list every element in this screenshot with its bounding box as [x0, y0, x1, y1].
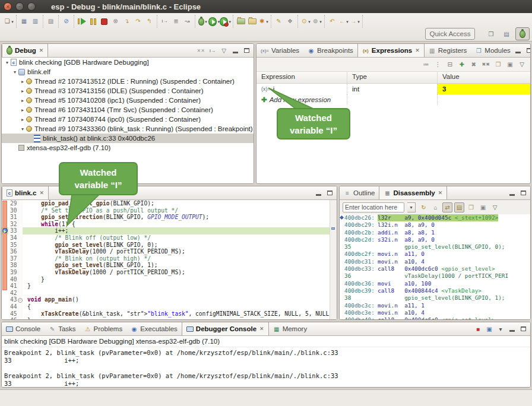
editor-annotation-column[interactable]: [2, 290, 8, 297]
resource-perspective-button[interactable]: ▤: [500, 28, 513, 40]
remove-all-expressions-button[interactable]: ✖✖: [482, 60, 490, 69]
search-brush-button[interactable]: ✎: [273, 16, 284, 27]
external-tools-button[interactable]: ✱▾: [258, 16, 269, 27]
disassembly-listing[interactable]: 400dbc26:l32r a9, 0x400d045c <_stext+109…: [340, 214, 530, 319]
location-dropdown-button[interactable]: ▼: [407, 202, 416, 212]
open-resource-folder-button[interactable]: [246, 16, 258, 27]
remove-all-terminated-button[interactable]: ✕✕: [197, 46, 205, 55]
open-task-folder-button[interactable]: [235, 16, 246, 27]
editor-annotation-column[interactable]: [2, 317, 8, 320]
run-button[interactable]: ▾: [208, 16, 220, 27]
minimize-view-button[interactable]: [315, 188, 322, 198]
display-selected-console-button[interactable]: ▣: [486, 324, 493, 334]
view-menu-button[interactable]: ▽: [518, 60, 525, 69]
debug-tree-row[interactable]: ▸Thread #3 1073413156 (IDLE) (Suspended …: [2, 86, 254, 96]
new-view-button[interactable]: ❐: [495, 60, 502, 69]
pin-view-button[interactable]: ▣: [478, 202, 488, 212]
debug-tree-row[interactable]: ▾blink.elf: [2, 67, 254, 77]
disassembly-line[interactable]: 35 gpio_set_level(BLINK_GPIO, 0);: [340, 243, 530, 250]
close-tab-icon[interactable]: ✕: [39, 47, 44, 53]
expression-cell[interactable]: (x)=i: [256, 84, 347, 94]
tab-disassembly[interactable]: ≣Disassembly✕: [379, 186, 447, 199]
disassembly-line[interactable]: 400dbc3e:movi.n a10, 4: [340, 309, 530, 316]
close-tab-icon[interactable]: ✕: [259, 326, 264, 332]
terminate-console-button[interactable]: ■: [474, 324, 482, 334]
open-type-button[interactable]: ❖: [284, 16, 296, 27]
disassembly-line[interactable]: 400dbc33:call8 0x400dc6c0 <gpio_set_leve…: [340, 265, 530, 272]
disassembly-line[interactable]: 38 gpio_set_level(BLINK_GPIO, 1);: [340, 294, 530, 302]
editor-line[interactable]: 43−void app_main(): [2, 296, 337, 303]
build-button[interactable]: ▨: [45, 16, 56, 27]
instruction-stepping-toggle-button[interactable]: i→: [209, 46, 216, 55]
pin-view-button[interactable]: ▣: [506, 60, 514, 69]
home-button[interactable]: ⌂: [430, 202, 441, 212]
link-with-editor-button[interactable]: ⊚▾: [311, 16, 322, 27]
sync-selection-toggle-button[interactable]: ⇄: [442, 202, 452, 212]
maximize-view-button[interactable]: [520, 324, 527, 334]
editor-line[interactable]: 39 vTaskDelay(1000 / portTICK_PERIOD_MS)…: [2, 269, 337, 276]
disassembly-line[interactable]: 400dbc26:l32r a9, 0x400d045c <_stext+109…: [340, 214, 530, 221]
debug-tree-row[interactable]: blink_task() at blink.c:33 0x400dbc26: [2, 134, 254, 143]
tab-modules[interactable]: ❒Modules: [471, 44, 514, 57]
disassembly-line[interactable]: 400dbc2f:movi.n a11, 0: [340, 250, 530, 258]
instruction-stepping-button[interactable]: i→: [159, 16, 170, 27]
value-cell[interactable]: 3: [438, 84, 530, 94]
editor-line[interactable]: 32 while(1) {: [2, 221, 337, 228]
tab-memory[interactable]: ▦Memory: [269, 322, 312, 335]
tree-expander-icon[interactable]: ▸: [20, 117, 26, 122]
forward-button[interactable]: →▾: [349, 16, 360, 27]
minimize-view-button[interactable]: [508, 324, 515, 334]
disassembly-line[interactable]: 400dbc2b:addi.n a8, a8, 1: [340, 229, 530, 236]
debug-button[interactable]: ▾: [197, 16, 208, 27]
code-editor[interactable]: 29 gpio_pad_select_gpio(BLINK_GPIO);30 /…: [2, 200, 337, 319]
tab-variables[interactable]: (x)=Variables: [256, 44, 303, 57]
editor-line[interactable]: 35 gpio_set_level(BLINK_GPIO, 0);: [2, 242, 337, 249]
minimize-view-button[interactable]: [508, 188, 515, 198]
console-dropdown-button[interactable]: ▾: [497, 324, 504, 334]
editor-line[interactable]: 44{: [2, 303, 337, 310]
tree-expander-icon[interactable]: ▾: [4, 60, 10, 65]
view-menu-button[interactable]: ▽: [220, 46, 227, 55]
expression-row[interactable]: (x)=iint3: [256, 84, 530, 94]
debug-tree-row[interactable]: ▾cblink checking [GDB Hardware Debugging…: [2, 58, 254, 67]
column-type[interactable]: Type: [347, 72, 438, 83]
show-logical-structure-button[interactable]: ⋮: [435, 60, 442, 69]
back-button[interactable]: ←▾: [338, 16, 349, 27]
editor-line[interactable]: 38 gpio_set_level(BLINK_GPIO, 1);: [2, 262, 337, 269]
editor-line[interactable]: 42: [2, 290, 337, 297]
new-view-button[interactable]: ❐: [466, 202, 476, 212]
editor-line[interactable]: 30 /* Set the GPIO as a push/pull output…: [2, 207, 337, 214]
debug-tree-row[interactable]: ▸Thread #7 1073408744 (ipc0) (Suspended …: [2, 115, 254, 124]
tab-blink.c[interactable]: cblink.c✕: [2, 186, 49, 199]
add-expression-cell[interactable]: ✚Add new expression: [256, 94, 347, 105]
tab-problems[interactable]: ⚠Problems: [80, 322, 127, 335]
remove-expression-button[interactable]: ✖: [470, 60, 477, 69]
close-tab-icon[interactable]: ✕: [39, 190, 44, 196]
resume-button[interactable]: [76, 16, 87, 27]
debug-tree-row[interactable]: ▸Thread #6 1073431104 (Tmr Svc) (Suspend…: [2, 105, 254, 115]
editor-line[interactable]: 46}: [2, 317, 337, 320]
editor-annotation-column[interactable]: [2, 303, 8, 310]
editor-line[interactable]: 37 /* Blink on (output high) */: [2, 255, 337, 262]
minimize-window-button[interactable]: −: [15, 2, 24, 11]
editor-line[interactable]: 34 /* Blink off (output low) */: [2, 234, 337, 242]
new-wizard-button[interactable]: ❏▾: [3, 16, 14, 27]
maximize-view-button[interactable]: [526, 46, 531, 55]
open-perspective-button[interactable]: ❐: [484, 28, 498, 40]
minimize-view-button[interactable]: [232, 46, 239, 55]
terminate-button[interactable]: [99, 16, 110, 27]
maximize-view-button[interactable]: [243, 46, 250, 55]
fold-collapse-icon[interactable]: −: [18, 298, 23, 303]
save-button[interactable]: ▦: [18, 16, 30, 27]
disconnect-button[interactable]: ⊗: [110, 16, 121, 27]
column-value[interactable]: Value: [438, 72, 530, 83]
tab-breakpoints[interactable]: ◉Breakpoints: [303, 44, 357, 57]
disassembly-line[interactable]: 400dbc3c:movi.n a11, 1: [340, 302, 530, 309]
quick-access-input[interactable]: Quick Access: [425, 28, 475, 40]
editor-line[interactable]: 45 xTaskCreate(&blink_task, "str">"blink…: [2, 310, 337, 318]
tab-expressions[interactable]: (x)Expressions✕: [357, 44, 425, 57]
debug-tree-row[interactable]: ▸Thread #2 1073413512 (IDLE : Running) (…: [2, 77, 254, 86]
show-source-toggle-button[interactable]: ▤: [454, 202, 464, 212]
suspend-button[interactable]: [87, 16, 99, 27]
tab-console[interactable]: Console: [2, 322, 45, 335]
